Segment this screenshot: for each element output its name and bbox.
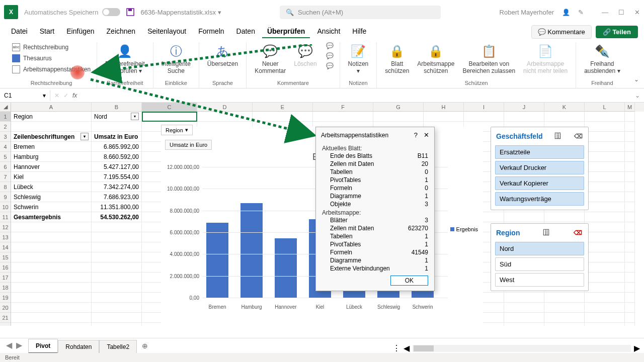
cell[interactable] — [625, 152, 635, 162]
row-header-11[interactable]: 11 — [0, 212, 11, 222]
select-all-corner[interactable]: ◢ — [0, 103, 11, 112]
col-header-M[interactable]: M — [625, 103, 635, 112]
cell[interactable] — [585, 172, 625, 182]
prev-comment-icon[interactable]: 💬 — [326, 42, 334, 49]
cell[interactable] — [625, 252, 635, 262]
cell[interactable] — [92, 262, 142, 273]
cell[interactable]: Schwerin — [11, 202, 92, 212]
dialog-titlebar[interactable]: Arbeitsmappenstatistiken ?✕ — [316, 127, 434, 143]
row-header-6[interactable]: 6 — [0, 162, 11, 172]
row-header-3[interactable]: 3 — [0, 132, 11, 142]
close-button[interactable]: ✕ — [634, 9, 640, 16]
row-header-8[interactable]: 8 — [0, 182, 11, 192]
slicer-item[interactable]: West — [495, 273, 584, 287]
cell[interactable] — [544, 323, 585, 326]
sheet-tab-tabelle2[interactable]: Tabelle2 — [99, 340, 137, 353]
cell[interactable] — [585, 122, 625, 132]
cell[interactable] — [11, 222, 92, 232]
cell[interactable] — [92, 232, 142, 242]
expand-icon[interactable]: ⌄ — [635, 92, 640, 99]
cell[interactable] — [585, 152, 625, 162]
cell[interactable] — [92, 283, 142, 293]
cell[interactable] — [313, 112, 373, 122]
cell[interactable] — [625, 162, 635, 172]
col-header-D[interactable]: D — [197, 103, 253, 112]
slicer-region[interactable]: Region⿲⌫ NordSüdWest — [491, 223, 589, 291]
cell[interactable] — [92, 273, 142, 283]
cell[interactable] — [625, 323, 635, 326]
cell[interactable] — [585, 313, 625, 323]
bar-Hannover[interactable] — [275, 238, 297, 298]
next-comment-icon[interactable]: 💬 — [326, 52, 334, 59]
multi-select-icon[interactable]: ⿲ — [553, 131, 563, 141]
row-header-18[interactable]: 18 — [0, 283, 11, 293]
search-box[interactable]: 🔍 Suchen (Alt+M) — [280, 6, 441, 19]
sheet-tab-rohdaten[interactable]: Rohdaten — [58, 340, 99, 353]
close-icon[interactable]: ✕ — [424, 131, 429, 139]
clear-filter-icon[interactable]: ⌫ — [573, 131, 583, 141]
row-header-7[interactable]: 7 — [0, 172, 11, 182]
tab-formulas[interactable]: Formeln — [193, 25, 229, 38]
protect-workbook-button[interactable]: 🔒Arbeitsmappe schützen — [415, 42, 456, 76]
slicer-geschaeftsfeld[interactable]: Geschäftsfeld⿲⌫ ErsatzteileVerkauf Druck… — [491, 127, 589, 210]
cell[interactable] — [625, 212, 635, 222]
allow-edit-ranges-button[interactable]: 📋Bearbeiten von Bereichen zulassen — [460, 42, 517, 76]
collapse-ribbon-icon[interactable]: ⌄ — [634, 76, 639, 83]
comments-button[interactable]: 💬 Kommentare — [531, 25, 592, 39]
cell[interactable]: 5.427.127,00 — [92, 162, 142, 172]
cell[interactable] — [585, 162, 625, 172]
cell[interactable] — [625, 303, 635, 313]
pen-icon[interactable]: ✎ — [578, 9, 584, 16]
col-header-F[interactable]: F — [313, 103, 373, 112]
row-header-5[interactable]: 5 — [0, 152, 11, 162]
col-header-H[interactable]: H — [424, 103, 464, 112]
new-comment-button[interactable]: 💬Neuer Kommentar — [253, 42, 288, 76]
cell[interactable] — [544, 212, 585, 222]
tab-draw[interactable]: Zeichnen — [102, 25, 141, 38]
cell[interactable] — [625, 132, 635, 142]
document-filename[interactable]: 6636-Mappenstatistik.xlsx ▾ — [140, 9, 221, 16]
slicer-item[interactable]: Süd — [495, 257, 584, 271]
cell[interactable] — [585, 232, 625, 242]
cell[interactable] — [625, 222, 635, 232]
smart-lookup-button[interactable]: ⓘIntelligente Suche — [159, 42, 193, 76]
cell[interactable]: 54.530.262,00 — [92, 212, 142, 222]
cell[interactable] — [585, 293, 625, 303]
cell[interactable] — [585, 303, 625, 313]
cell[interactable]: Kiel — [11, 172, 92, 182]
slicer-item[interactable]: Wartungsverträge — [495, 192, 584, 206]
cell[interactable] — [504, 303, 544, 313]
row-header-1[interactable]: 1 — [0, 112, 11, 122]
cell[interactable] — [585, 192, 625, 202]
row-header-4[interactable]: 4 — [0, 142, 11, 152]
autosave-toggle[interactable] — [102, 8, 120, 16]
minimize-button[interactable]: — — [602, 9, 608, 16]
col-header-A[interactable]: A — [11, 103, 92, 112]
cell[interactable]: Hannover — [11, 162, 92, 172]
cell[interactable] — [585, 112, 625, 122]
cell[interactable] — [504, 313, 544, 323]
cell[interactable] — [11, 242, 92, 252]
cell[interactable] — [11, 283, 92, 293]
tab-file[interactable]: Datei — [6, 25, 33, 38]
cell[interactable] — [585, 222, 625, 232]
cell[interactable] — [92, 242, 142, 252]
show-comments-icon[interactable]: 💬 — [326, 62, 334, 69]
cell[interactable]: Bremen — [11, 142, 92, 152]
cell[interactable] — [464, 112, 504, 122]
cell[interactable] — [92, 303, 142, 313]
col-header-G[interactable]: G — [373, 103, 424, 112]
cell[interactable] — [92, 323, 142, 326]
cell[interactable] — [585, 242, 625, 252]
multi-select-icon[interactable]: ⿲ — [541, 228, 551, 238]
accessibility-button[interactable]: 👤Barrierefreiheit überprüfen ▾ — [103, 42, 147, 76]
row-header-22[interactable]: 22 — [0, 323, 11, 326]
cell[interactable] — [625, 293, 635, 303]
cell[interactable] — [585, 182, 625, 192]
prev-sheet-icon[interactable]: ◀ — [6, 340, 12, 350]
add-sheet-button[interactable]: ⊕ — [137, 339, 153, 353]
cell[interactable]: 7.342.274,00 — [92, 182, 142, 192]
cell[interactable] — [585, 132, 625, 142]
cell[interactable] — [11, 122, 92, 132]
cell[interactable] — [585, 202, 625, 212]
